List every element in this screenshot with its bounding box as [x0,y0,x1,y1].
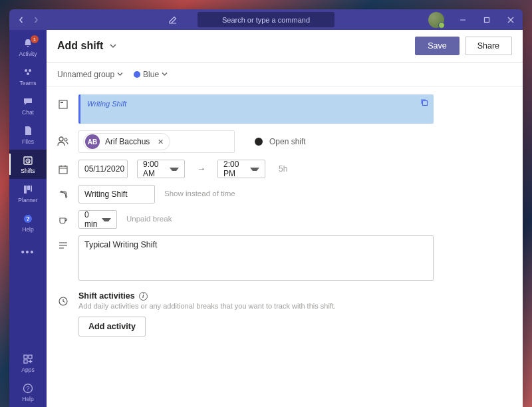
person-chip: AB Arif Bacchus ✕ [83,133,170,150]
remove-person-icon[interactable]: ✕ [155,136,166,147]
copy-icon[interactable] [420,98,428,106]
arrow-right-icon: → [194,164,208,174]
notes-field[interactable]: Typical Writing Shift [78,235,434,281]
preview-icon [57,98,69,110]
calendar-icon [57,164,69,176]
maximize-button[interactable] [475,9,499,30]
back-button[interactable] [16,15,27,25]
subheader: Unnamed group Blue [47,63,523,86]
shifts-icon [22,154,34,166]
profile-avatar[interactable] [428,12,444,28]
rail-apps[interactable]: Apps [9,348,47,378]
more-icon: ••• [22,246,34,258]
compose-icon[interactable] [165,12,181,28]
duration-label: 5h [279,164,287,174]
apps-icon [22,353,34,365]
label-field[interactable]: Writing Shift [78,185,155,204]
person-name: Arif Bacchus [105,137,150,146]
color-dot-icon [134,71,140,78]
shift-preview-card[interactable]: Writing Shift [78,94,434,124]
minimize-button[interactable] [451,9,475,30]
person-avatar: AB [85,134,100,149]
rail-files[interactable]: Files [9,120,47,150]
app-rail: Activity 1 Teams Chat Files [9,30,47,407]
label-hint: Show instead of time [164,190,235,198]
svg-rect-19 [423,101,428,106]
svg-rect-18 [61,102,63,103]
save-button[interactable]: Save [415,37,460,55]
files-icon [22,125,34,137]
svg-point-21 [65,138,67,141]
color-dropdown[interactable]: Blue [134,70,168,79]
break-field[interactable]: 0 min [78,210,117,229]
date-field[interactable]: 05/11/2020 [78,160,128,178]
open-shift-option[interactable]: Open shift [255,137,306,146]
activities-subtitle: Add daily activities or any additional b… [78,302,336,310]
tag-icon [57,189,69,201]
rail-teams[interactable]: Teams [9,62,47,91]
group-dropdown[interactable]: Unnamed group [57,70,123,79]
svg-rect-8 [27,186,30,190]
title-chevron-icon[interactable] [110,43,116,49]
activity-badge: 1 [31,35,39,43]
help-circle-icon: ? [22,213,34,225]
share-button[interactable]: Share [465,37,512,55]
svg-text:?: ? [26,215,30,222]
page-header: Add shift Save Share [47,30,523,63]
search-placeholder: Search or type a command [222,16,310,24]
teams-icon [22,67,34,78]
svg-point-20 [59,137,63,141]
svg-rect-22 [59,166,67,174]
assignee-field[interactable]: AB Arif Bacchus ✕ [78,130,235,153]
svg-rect-14 [24,360,27,363]
rail-help-bottom[interactable]: ? Help [9,378,47,407]
svg-point-2 [25,69,27,72]
search-input[interactable]: Search or type a command [198,12,334,27]
notes-icon [57,239,69,251]
activities-title: Shift activities i [78,291,336,301]
start-time-field[interactable]: 9:00 AM [137,160,185,178]
svg-rect-17 [59,100,67,108]
forward-button[interactable] [31,15,41,25]
chat-icon [22,96,34,108]
page-title: Add shift [57,40,103,52]
rail-chat[interactable]: Chat [9,91,47,120]
svg-point-4 [27,72,29,75]
svg-point-3 [29,69,31,72]
svg-rect-9 [31,186,32,192]
rail-shifts[interactable]: Shifts [9,150,47,179]
clock-icon [57,295,69,307]
rail-planner[interactable]: Planner [9,179,47,208]
rail-help-top[interactable]: ? Help [9,208,47,237]
svg-rect-12 [24,355,27,358]
info-icon[interactable]: i [139,292,148,301]
titlebar: Search or type a command [9,9,523,30]
help-icon: ? [22,382,34,394]
add-activity-button[interactable]: Add activity [78,317,146,337]
person-icon [57,136,69,148]
rail-activity[interactable]: Activity 1 [9,33,47,62]
shift-preview-title: Writing Shift [87,100,427,108]
cup-icon [57,214,69,226]
svg-rect-13 [29,355,32,358]
radio-icon [255,138,263,146]
end-time-field[interactable]: 2:00 PM [217,160,265,178]
close-button[interactable] [499,9,523,30]
rail-more[interactable]: ••• [9,237,47,267]
break-hint: Unpaid break [126,215,172,223]
svg-rect-7 [24,186,27,194]
svg-text:?: ? [26,385,29,392]
svg-rect-1 [485,17,489,22]
planner-icon [22,184,34,196]
